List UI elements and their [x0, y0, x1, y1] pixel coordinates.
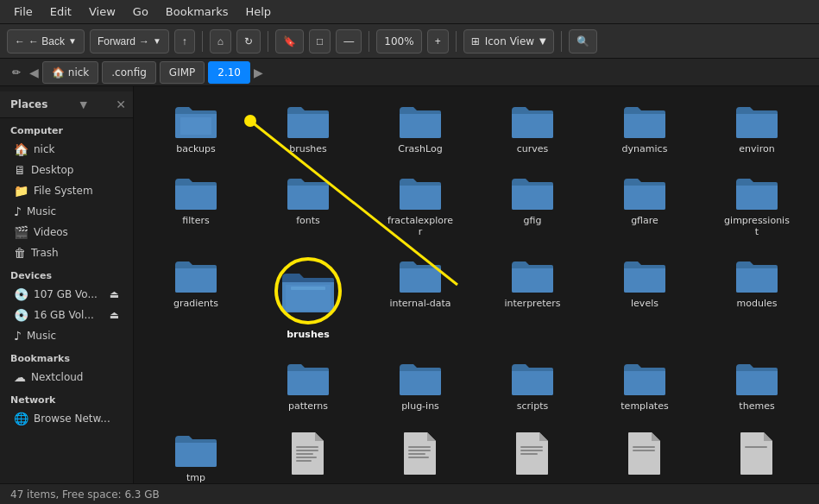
file-gflare[interactable]: gflare: [591, 167, 698, 244]
sidebar-item-music[interactable]: ♪ Music: [3, 201, 129, 222]
up-button[interactable]: ↑: [174, 29, 195, 54]
zoom-value: 100%: [384, 35, 413, 47]
folder-icon-brushes-top: [286, 102, 331, 140]
folder-icon-crashlog: [398, 102, 443, 140]
eject-icon-1[interactable]: ⏏: [110, 288, 119, 300]
toggle-button[interactable]: —: [336, 29, 362, 54]
menu-edit[interactable]: Edit: [43, 3, 79, 21]
breadcrumb: ✏ ◀ 🏠 nick .config GIMP 2.10 ▶: [0, 59, 819, 86]
file-area[interactable]: backups brushes: [134, 86, 819, 483]
sidebar-item-nextcloud[interactable]: ☁ Nextcloud: [3, 367, 129, 387]
sidebar-item-nick[interactable]: 🏠 nick: [3, 139, 129, 160]
doc-icon-3: [513, 431, 551, 476]
highlight-circle: [274, 257, 342, 324]
file-doc-1[interactable]: [255, 424, 362, 483]
home-icon: 🏠: [14, 142, 28, 156]
places-dropdown-icon[interactable]: ▼: [80, 99, 87, 110]
file-internal-data[interactable]: internal-data: [367, 249, 474, 347]
file-fractalexplorer[interactable]: fractalexplorer: [367, 167, 474, 244]
network-icon: 🌐: [14, 412, 28, 425]
file-templates[interactable]: templates: [591, 352, 698, 419]
file-fonts[interactable]: fonts: [255, 167, 362, 244]
sidebar-item-filesystem[interactable]: 📁 File System: [3, 180, 129, 201]
menu-view[interactable]: View: [82, 3, 123, 21]
sidebar-item-browse-network[interactable]: 🌐 Browse Netw...: [3, 408, 129, 429]
file-gimpressionist-label: gimpressionist: [722, 215, 791, 237]
folder-icon-modules: [734, 256, 779, 294]
svg-rect-5: [296, 457, 317, 458]
sidebar-item-16gb[interactable]: 💿 16 GB Vol... ⏏: [3, 305, 129, 325]
file-backups[interactable]: backups: [142, 95, 249, 161]
sep-4: [456, 31, 457, 52]
file-filters[interactable]: filters: [142, 167, 249, 244]
sidebar-item-videos[interactable]: 🎬 Videos: [3, 222, 129, 243]
file-patterns[interactable]: patterns: [255, 352, 362, 419]
file-levels-label: levels: [631, 298, 658, 309]
folder-icon-themes: [734, 359, 779, 397]
file-scripts[interactable]: scripts: [479, 352, 586, 419]
breadcrumb-nick[interactable]: 🏠 nick: [42, 61, 99, 84]
forward-button[interactable]: Forward → ▼: [90, 29, 169, 54]
file-brushes-top[interactable]: brushes: [255, 95, 362, 161]
refresh-button[interactable]: ↻: [236, 29, 261, 54]
file-environ[interactable]: environ: [703, 95, 810, 161]
file-interpreters[interactable]: interpreters: [479, 249, 586, 347]
file-plug-ins[interactable]: plug-ins: [367, 352, 474, 419]
file-plug-ins-label: plug-ins: [401, 400, 439, 412]
file-modules[interactable]: modules: [703, 249, 810, 347]
sidebar-item-desktop[interactable]: 🖥 Desktop: [3, 160, 129, 180]
file-levels[interactable]: levels: [591, 249, 698, 347]
file-fonts-label: fonts: [296, 215, 320, 226]
file-themes[interactable]: themes: [703, 352, 810, 419]
doc-icon-2: [401, 431, 439, 476]
places-header: Places ▼ ✕: [0, 91, 133, 118]
file-doc-3[interactable]: [479, 424, 586, 483]
file-dynamics[interactable]: dynamics: [591, 95, 698, 161]
file-doc-5[interactable]: [703, 424, 810, 483]
file-gfig[interactable]: gfig: [479, 167, 586, 244]
breadcrumb-config[interactable]: .config: [102, 61, 156, 84]
toolbar: ← ← Back ▼ Forward → ▼ ↑ ⌂ ↻ 🔖 □ — 100% …: [0, 24, 819, 59]
file-doc-2[interactable]: [367, 424, 474, 483]
file-doc-4[interactable]: [591, 424, 698, 483]
sidebar-nextcloud-label: Nextcloud: [31, 371, 83, 383]
sidebar-item-music2[interactable]: ♪ Music: [3, 325, 129, 346]
file-grid: backups brushes: [142, 95, 810, 483]
svg-rect-7: [408, 446, 431, 448]
breadcrumb-210[interactable]: 2.10: [208, 61, 250, 84]
file-gimpressionist[interactable]: gimpressionist: [703, 167, 810, 244]
svg-rect-9: [408, 453, 425, 455]
home-button[interactable]: ⌂: [210, 29, 231, 54]
sidebar-item-trash[interactable]: 🗑 Trash: [3, 243, 129, 263]
view-dropdown-icon: ▼: [539, 36, 546, 46]
folder-icon-backups: [173, 102, 218, 140]
new-window-button[interactable]: □: [309, 29, 331, 54]
svg-rect-10: [408, 457, 429, 458]
bookmark-button[interactable]: 🔖: [275, 29, 304, 54]
search-icon: 🔍: [576, 35, 589, 47]
menu-help[interactable]: Help: [238, 3, 278, 21]
forward-arrow-icon: →: [139, 35, 149, 47]
file-fractalexplorer-label: fractalexplorer: [386, 215, 455, 237]
back-button[interactable]: ← ← Back ▼: [7, 29, 85, 54]
eject-icon-2[interactable]: ⏏: [110, 309, 119, 321]
places-close-icon[interactable]: ✕: [116, 98, 126, 111]
file-brushes-highlighted[interactable]: brushes: [255, 249, 362, 347]
folder-icon-curves: [510, 102, 555, 140]
file-curves[interactable]: curves: [479, 95, 586, 161]
menu-bookmarks[interactable]: Bookmarks: [159, 3, 236, 21]
sidebar-item-107gb[interactable]: 💿 107 GB Vo... ⏏: [3, 284, 129, 305]
sidebar-music2-label: Music: [27, 330, 56, 342]
search-button[interactable]: 🔍: [569, 29, 597, 54]
file-crashlog[interactable]: CrashLog: [367, 95, 474, 161]
forward-label: Forward: [98, 35, 135, 47]
view-selector[interactable]: ⊞ Icon View ▼: [463, 29, 554, 54]
menu-file[interactable]: File: [7, 3, 40, 21]
file-tmp[interactable]: tmp: [142, 424, 249, 483]
sep-5: [561, 31, 562, 52]
file-gradients[interactable]: gradients: [142, 249, 249, 347]
zoom-plus-button[interactable]: +: [427, 29, 449, 54]
menu-go[interactable]: Go: [126, 3, 155, 21]
breadcrumb-gimp[interactable]: GIMP: [160, 61, 205, 84]
breadcrumb-edit-button[interactable]: ✏: [7, 61, 26, 84]
